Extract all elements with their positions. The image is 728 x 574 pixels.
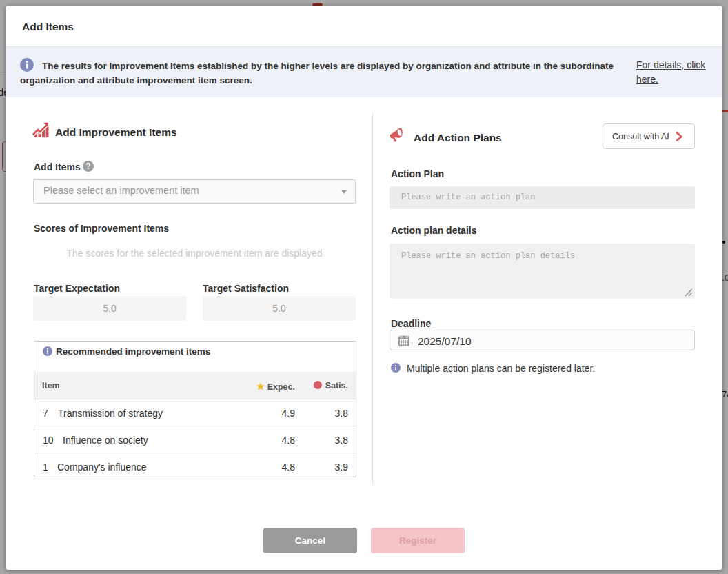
svg-text:?: ? [85,161,90,171]
